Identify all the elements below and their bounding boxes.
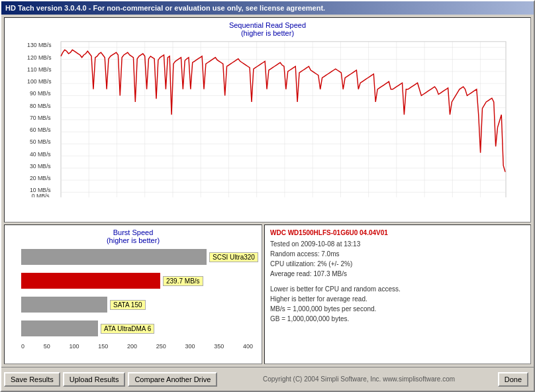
svg-text:90 MB/s: 90 MB/s (30, 90, 51, 97)
copyright-text: Copyright (C) 2004 Simpli Software, Inc.… (220, 375, 497, 383)
bar-row-current: 239.7 MB/s (21, 271, 258, 290)
svg-rect-14 (61, 42, 506, 197)
svg-text:30 MB/s: 30 MB/s (30, 163, 51, 170)
title-text: HD Tach version 3.0.4.0 - For non-commer… (5, 4, 325, 12)
bar-current (21, 273, 160, 289)
svg-text:130 MB/s: 130 MB/s (27, 42, 51, 48)
svg-text:0 MB/s: 0 MB/s (32, 193, 50, 197)
bar-label-current: 239.7 MB/s (163, 276, 203, 286)
bar-row-scsi: SCSI Ultra320 (21, 248, 258, 266)
compare-drive-button[interactable]: Compare Another Drive (128, 372, 217, 387)
svg-text:70 MB/s: 70 MB/s (30, 115, 51, 121)
info-line-2: CPU utilization: 2% (+/- 2%) (270, 259, 525, 269)
title-bar: HD Tach version 3.0.4.0 - For non-commer… (1, 1, 534, 15)
svg-text:80 MB/s: 80 MB/s (30, 103, 51, 109)
bar-row-sata: SATA 150 (21, 295, 258, 314)
svg-text:50 MB/s: 50 MB/s (30, 138, 51, 145)
note-0: Lower is better for CPU and random acces… (270, 284, 525, 294)
bar-label-ata: ATA UltraDMA 6 (101, 324, 154, 334)
done-button[interactable]: Done (498, 372, 528, 387)
info-panel: WDC WD1500HLFS-01G6U0 04.04V01 Tested on… (264, 224, 531, 364)
seq-chart-title: Sequential Read Speed (higher is better) (8, 21, 527, 37)
drive-title: WDC WD1500HLFS-01G6U0 04.04V01 (270, 229, 525, 236)
sequential-chart-panel: Sequential Read Speed (higher is better)… (4, 17, 531, 222)
svg-text:20 MB/s: 20 MB/s (30, 175, 51, 181)
save-results-button[interactable]: Save Results (4, 372, 60, 387)
seq-chart-area: 130 MB/s 120 MB/s 110 MB/s 100 MB/s 90 M… (8, 38, 527, 211)
info-line-1: Random access: 7.0ms (270, 249, 525, 259)
svg-text:110 MB/s: 110 MB/s (27, 66, 51, 73)
note-1: Higher is better for average read. (270, 294, 525, 304)
note-2: MB/s = 1,000,000 bytes per second. (270, 304, 525, 314)
note-3: GB = 1,000,000,000 bytes. (270, 314, 525, 324)
bar-row-ata: ATA UltraDMA 6 (21, 319, 258, 338)
svg-text:100 MB/s: 100 MB/s (27, 78, 51, 85)
bar-ata (21, 320, 98, 336)
burst-chart-title: Burst Speed (higher is better) (8, 228, 258, 244)
toolbar: Save Results Upload Results Compare Anot… (1, 367, 534, 391)
bar-label-sata: SATA 150 (110, 300, 146, 310)
bottom-section: Burst Speed (higher is better) SCSI Ultr… (4, 224, 531, 364)
burst-x-axis: 0 50 100 150 200 250 300 350 400 (21, 343, 253, 350)
burst-chart-panel: Burst Speed (higher is better) SCSI Ultr… (4, 224, 262, 364)
info-notes: Lower is better for CPU and random acces… (270, 284, 525, 324)
svg-text:120 MB/s: 120 MB/s (27, 54, 51, 61)
content-area: Sequential Read Speed (higher is better)… (1, 15, 534, 367)
svg-text:40 MB/s: 40 MB/s (30, 151, 51, 158)
drive-info: Tested on 2009-10-08 at 13:13 Random acc… (270, 239, 525, 279)
seq-chart-svg: 130 MB/s 120 MB/s 110 MB/s 100 MB/s 90 M… (8, 38, 527, 197)
burst-bars-area: SCSI Ultra320 239.7 MB/s SATA 150 (8, 248, 258, 350)
bar-label-scsi: SCSI Ultra320 (209, 252, 258, 262)
bar-sata (21, 297, 107, 313)
upload-results-button[interactable]: Upload Results (63, 372, 126, 387)
svg-text:60 MB/s: 60 MB/s (30, 126, 51, 133)
info-line-3: Average read: 107.3 MB/s (270, 269, 525, 279)
bar-scsi (21, 249, 207, 265)
info-line-0: Tested on 2009-10-08 at 13:13 (270, 239, 525, 249)
main-window: HD Tach version 3.0.4.0 - For non-commer… (0, 0, 535, 392)
